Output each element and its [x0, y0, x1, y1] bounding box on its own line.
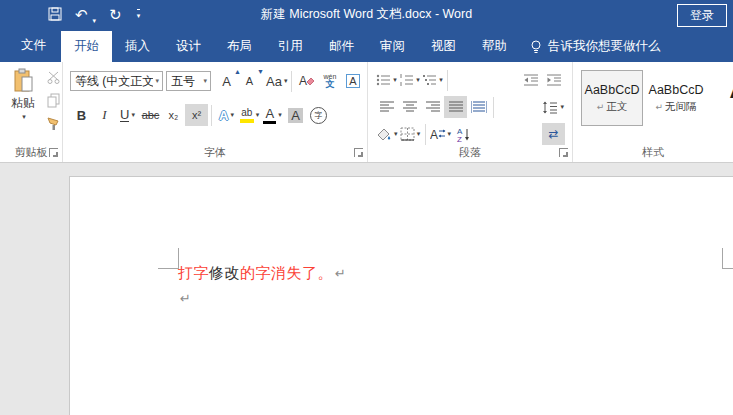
- decrease-indent-icon: [523, 73, 539, 87]
- show-hide-marks-icon: ⇄: [548, 127, 558, 141]
- distribute-icon: [471, 101, 487, 113]
- strikethrough-button[interactable]: abc: [139, 104, 162, 126]
- align-left-button[interactable]: [375, 96, 398, 118]
- underline-button[interactable]: U ▾: [116, 104, 139, 126]
- paste-dropdown-icon[interactable]: ▾: [22, 113, 26, 121]
- phonetic-guide-button[interactable]: wén 文: [318, 70, 341, 92]
- save-icon[interactable]: [48, 7, 62, 21]
- style-card-heading[interactable]: A 标: [709, 70, 733, 126]
- line-spacing-button[interactable]: ▾: [541, 96, 565, 118]
- style-preview: A: [729, 71, 733, 105]
- increase-indent-icon: [546, 73, 562, 87]
- tab-review[interactable]: 审阅: [367, 31, 418, 62]
- shrink-font-button[interactable]: A ▼: [238, 70, 261, 92]
- tab-layout[interactable]: 布局: [214, 31, 265, 62]
- tab-home[interactable]: 开始: [61, 31, 112, 62]
- tab-help[interactable]: 帮助: [469, 31, 520, 62]
- quick-access-toolbar: ↶ ▾ ↻ ▾: [48, 0, 140, 28]
- paint-bucket-icon: [376, 127, 392, 141]
- redo-icon[interactable]: ↻: [109, 7, 122, 22]
- asian-layout-button[interactable]: A ▾: [429, 123, 453, 145]
- grow-font-button[interactable]: A ▲: [215, 70, 238, 92]
- font-name-dropdown-icon: ▾: [155, 77, 159, 85]
- group-paragraph: ▾ ▾ ▾: [368, 62, 573, 162]
- subscript-button[interactable]: x₂: [162, 104, 185, 126]
- align-left-icon: [380, 101, 394, 113]
- format-painter-button[interactable]: [42, 114, 65, 132]
- bullets-button[interactable]: ▾: [375, 69, 398, 91]
- bullets-icon: [376, 73, 391, 87]
- text-segment: 的字消失了。: [240, 264, 333, 281]
- shrink-font-arrow-icon: ▼: [257, 68, 264, 75]
- margin-corner-mark-right: [722, 268, 733, 269]
- tell-me-box[interactable]: 告诉我你想要做什么: [530, 31, 661, 62]
- tab-view[interactable]: 视图: [418, 31, 469, 62]
- multilevel-list-button[interactable]: ▾: [421, 69, 444, 91]
- borders-button[interactable]: ▾: [399, 123, 422, 145]
- document-area[interactable]: 打字修改的字消失了。↵ ↵: [0, 163, 733, 415]
- tab-design[interactable]: 设计: [163, 31, 214, 62]
- document-empty-line[interactable]: ↵: [178, 289, 191, 309]
- undo-dropdown-icon[interactable]: ▾: [93, 17, 97, 28]
- divider: [211, 105, 212, 126]
- paste-label: 粘贴: [11, 95, 35, 112]
- style-card-no-spacing[interactable]: AaBbCcD ↵无间隔: [645, 70, 707, 126]
- show-hide-marks-button[interactable]: ⇄: [542, 123, 565, 145]
- clipboard-dialog-launcher-icon[interactable]: [49, 148, 58, 157]
- ribbon-tab-row: 文件 开始 插入 设计 布局 引用 邮件 审阅 视图 帮助 告诉我你想要做什么: [0, 28, 733, 62]
- paragraph-group-label: 段落: [368, 145, 572, 160]
- asian-layout-dropdown-icon: ▾: [448, 130, 452, 138]
- tab-references[interactable]: 引用: [265, 31, 316, 62]
- style-preview: AaBbCcD: [649, 83, 704, 97]
- justify-button[interactable]: [444, 96, 467, 118]
- margin-corner-mark-left: [158, 268, 179, 269]
- numbering-dropdown-icon: ▾: [416, 76, 420, 84]
- change-case-button[interactable]: Aa ▾: [265, 70, 288, 92]
- sign-in-button[interactable]: 登录: [677, 4, 727, 27]
- character-shading-label: A: [288, 108, 303, 123]
- cut-button[interactable]: [42, 68, 65, 86]
- character-border-button[interactable]: A: [341, 70, 364, 92]
- increase-indent-button[interactable]: [542, 69, 565, 91]
- text-effects-button[interactable]: A ▾: [215, 104, 238, 126]
- customize-qat-icon[interactable]: ▾: [137, 9, 141, 19]
- superscript-button[interactable]: x²: [185, 104, 208, 126]
- italic-button[interactable]: I: [93, 104, 116, 126]
- enclose-characters-button[interactable]: 字: [307, 104, 330, 126]
- paragraph-dialog-launcher-icon[interactable]: [559, 148, 568, 157]
- style-preview: AaBbCcD: [585, 83, 640, 97]
- style-card-normal[interactable]: AaBbCcD ↵正文: [581, 70, 643, 126]
- document-text-line[interactable]: 打字修改的字消失了。↵: [178, 263, 346, 284]
- shading-dropdown-icon: ▾: [394, 130, 398, 138]
- highlight-dropdown-icon: ▾: [256, 111, 260, 119]
- enclose-characters-label: 字: [310, 107, 327, 124]
- numbering-button[interactable]: ▾: [398, 69, 421, 91]
- sort-button[interactable]: A Z: [452, 123, 475, 145]
- copy-button[interactable]: [42, 91, 65, 109]
- font-color-button[interactable]: A ▾: [261, 104, 284, 126]
- tab-insert[interactable]: 插入: [112, 31, 163, 62]
- numbering-icon: [399, 73, 414, 87]
- paste-button[interactable]: 粘贴 ▾: [8, 68, 38, 121]
- align-center-button[interactable]: [398, 96, 421, 118]
- tab-file[interactable]: 文件: [6, 28, 61, 62]
- highlight-button[interactable]: ab ▾: [238, 104, 261, 126]
- shading-button[interactable]: ▾: [375, 123, 399, 145]
- align-right-button[interactable]: [421, 96, 444, 118]
- font-color-label: A: [265, 107, 274, 120]
- document-page[interactable]: 打字修改的字消失了。↵ ↵: [69, 176, 733, 415]
- underline-dropdown-icon: ▾: [131, 111, 135, 119]
- decrease-indent-button[interactable]: [519, 69, 542, 91]
- undo-button[interactable]: ↶: [75, 7, 88, 22]
- font-dialog-launcher-icon[interactable]: [354, 148, 363, 157]
- grow-font-label: A: [222, 74, 231, 89]
- bold-button[interactable]: B: [70, 104, 93, 126]
- font-name-combo[interactable]: 等线 (中文正文 ▾: [70, 71, 163, 91]
- distribute-button[interactable]: [467, 96, 490, 118]
- tab-mailings[interactable]: 邮件: [316, 31, 367, 62]
- font-size-combo[interactable]: 五号 ▾: [166, 71, 211, 91]
- clear-formatting-button[interactable]: A: [295, 70, 318, 92]
- style-name: 正文: [606, 100, 627, 112]
- character-shading-button[interactable]: A: [284, 104, 307, 126]
- sort-icon: A Z: [456, 127, 471, 142]
